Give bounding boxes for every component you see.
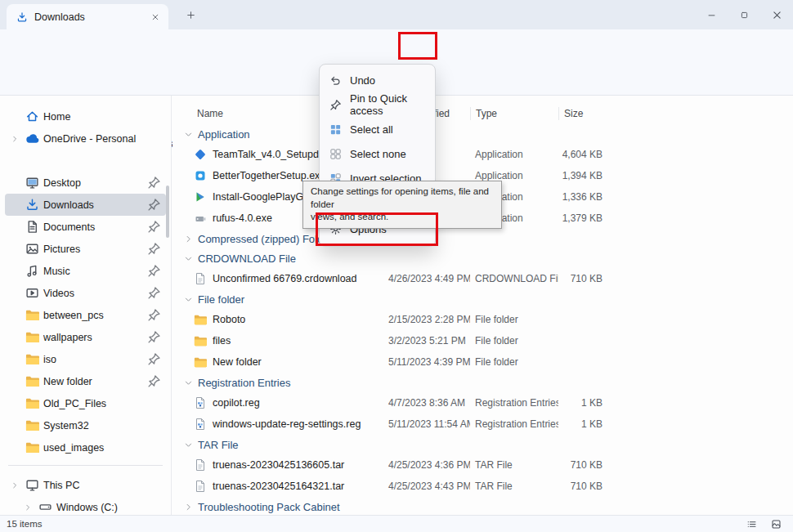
group-header-registration-entries[interactable]: Registration Entries	[172, 373, 793, 392]
group-header-file-folder[interactable]: File folder	[172, 289, 793, 309]
group-label: Troubleshooting Pack Cabinet	[198, 501, 340, 513]
sidebar-item-label: OneDrive - Personal	[43, 133, 161, 145]
chevron-down-icon	[184, 130, 193, 139]
tab-strip: Downloads	[0, 0, 793, 29]
pin-icon	[147, 264, 161, 278]
sidebar-item-pictures[interactable]: Pictures	[5, 238, 166, 260]
file-type: CRDOWNLOAD File	[470, 273, 558, 284]
column-header-size[interactable]: Size	[558, 107, 609, 120]
file-type: Application	[470, 170, 558, 181]
view-toggles	[742, 517, 786, 531]
chevron-placeholder	[8, 199, 21, 212]
expand-chevron[interactable]	[8, 479, 21, 492]
group-header-crdownload-file[interactable]: CRDOWNLOAD File	[172, 248, 793, 268]
sidebar-item-label: used_images	[43, 442, 161, 454]
column-header-type[interactable]: Type	[470, 107, 558, 120]
tab-downloads[interactable]: Downloads	[7, 4, 168, 29]
sidebar-item-home[interactable]: Home	[5, 105, 166, 127]
drive-icon	[38, 500, 52, 514]
close-icon	[151, 13, 159, 21]
menu-item-undo[interactable]: Undo	[320, 68, 435, 92]
file-row-windows-update-reg-settings-reg[interactable]: windows-update-reg-settings.reg 5/11/202…	[172, 414, 793, 435]
folder-icon	[25, 308, 39, 322]
file-row-unconfirmed-66769-crdownload[interactable]: Unconfirmed 66769.crdownload 4/26/2023 4…	[172, 268, 793, 289]
file-row-teamtalk-v4-0-setupd-exe[interactable]: TeamTalk_v4.0_Setupd.exe Application 4,6…	[172, 144, 793, 165]
group-header-application[interactable]: Application	[172, 124, 793, 144]
chevron-right-icon	[24, 503, 32, 512]
file-row-roboto[interactable]: Roboto 2/15/2023 2:28 PM File folder	[172, 309, 793, 330]
file-date: 5/11/2023 4:39 PM	[383, 356, 470, 368]
file-size: 1 KB	[558, 397, 609, 409]
file-name: copilot.reg	[213, 397, 260, 409]
sidebar-item-windows-c[interactable]: Windows (C:)	[18, 496, 166, 515]
close-window-button[interactable]	[760, 0, 793, 29]
details-view-toggle[interactable]	[742, 517, 760, 531]
sidebar-item-documents[interactable]: Documents	[5, 216, 166, 238]
chevron-right-icon	[184, 235, 193, 244]
sidebar-item-iso[interactable]: iso	[5, 348, 166, 370]
sidebar-item-wallpapers[interactable]: wallpapers	[5, 326, 166, 348]
file-row-files[interactable]: files 3/2/2023 5:21 PM File folder	[172, 330, 793, 351]
folder-icon	[25, 352, 39, 366]
maximize-button[interactable]	[728, 0, 760, 29]
file-size: 1,379 KB	[558, 212, 609, 224]
file-date: 2/15/2023 2:28 PM	[383, 314, 470, 325]
thumb-view-icon	[771, 519, 782, 530]
group-header-compressed-zipped-fold[interactable]: Compressed (zipped) Fold	[172, 229, 793, 248]
chevron-placeholder	[8, 221, 21, 234]
large-icons-view-toggle[interactable]	[767, 517, 785, 531]
sidebar-item-label: Documents	[43, 221, 143, 233]
file-name: windows-update-reg-settings.reg	[213, 418, 361, 430]
group-label: Application	[198, 128, 250, 141]
sidebar-scrollbar[interactable]	[166, 186, 169, 238]
menu-item-select-none[interactable]: Select none	[320, 141, 435, 166]
file-row-truenas-20230425164321-tar[interactable]: truenas-20230425164321.tar 4/25/2023 4:4…	[172, 476, 793, 497]
file-row-truenas-20230425136605-tar[interactable]: truenas-20230425136605.tar 4/25/2023 4:3…	[172, 454, 793, 476]
group-label: Registration Entries	[198, 377, 290, 389]
menu-item-pin-to-quick-access[interactable]: Pin to Quick access	[320, 92, 435, 117]
sidebar-item-label: Downloads	[43, 199, 143, 211]
sidebar-gap	[0, 150, 171, 172]
sidebar-item-used-images[interactable]: used_images	[5, 436, 166, 458]
file-date: 4/7/2023 8:36 AM	[383, 397, 470, 409]
new-tab-button[interactable]	[181, 6, 199, 24]
expand-chevron[interactable]	[21, 501, 34, 514]
sidebar-separator	[8, 465, 163, 466]
sidebar-item-music[interactable]: Music	[5, 260, 166, 282]
sidebar-item-label: System32	[43, 420, 161, 431]
sidebar-item-onedrive-personal[interactable]: OneDrive - Personal	[5, 127, 166, 150]
file-size: 1,394 KB	[558, 170, 609, 181]
sidebar-item-system32[interactable]: System32	[5, 414, 166, 436]
sidebar: Home OneDrive - Personal Desktop Downloa…	[0, 96, 172, 515]
pin-icon	[147, 176, 161, 190]
file-name: truenas-20230425164321.tar	[213, 481, 344, 492]
item-count: 15 items	[7, 519, 42, 529]
expand-chevron[interactable]	[8, 132, 21, 145]
sidebar-item-old-pc-files[interactable]: Old_PC_Files	[5, 392, 166, 414]
group-header-troubleshooting-pack-cabinet[interactable]: Troubleshooting Pack Cabinet	[172, 497, 793, 515]
folder-icon	[25, 418, 39, 432]
chevron-placeholder	[8, 441, 21, 454]
minimize-button[interactable]	[695, 0, 728, 29]
pin-icon	[147, 198, 161, 212]
sidebar-item-label: Old_PC_Files	[43, 398, 161, 409]
file-size: 710 KB	[558, 273, 609, 284]
column-headers: Name Date modified Type Size	[172, 103, 793, 124]
file-row-new-folder[interactable]: New folder 5/11/2023 4:39 PM File folder	[172, 351, 793, 373]
menu-item-select-all[interactable]: Select all	[320, 117, 435, 141]
sidebar-item-between-pcs[interactable]: between_pcs	[5, 304, 166, 326]
chevron-right-icon	[11, 481, 19, 490]
sidebar-item-this-pc[interactable]: This PC	[5, 474, 166, 496]
tab-close-button[interactable]	[147, 9, 164, 25]
chevron-placeholder	[8, 375, 21, 388]
minimize-icon	[707, 11, 716, 20]
sidebar-item-videos[interactable]: Videos	[5, 282, 166, 304]
file-row-copilot-reg[interactable]: copilot.reg 4/7/2023 8:36 AM Registratio…	[172, 392, 793, 414]
file-type: File folder	[470, 314, 558, 325]
group-header-tar-file[interactable]: TAR File	[172, 435, 793, 454]
sidebar-item-downloads[interactable]: Downloads	[5, 194, 166, 216]
sidebar-item-new-folder[interactable]: New folder	[5, 370, 166, 392]
file-type: Registration Entries	[470, 418, 558, 430]
sidebar-item-desktop[interactable]: Desktop	[5, 172, 166, 194]
file-icon	[194, 480, 207, 493]
